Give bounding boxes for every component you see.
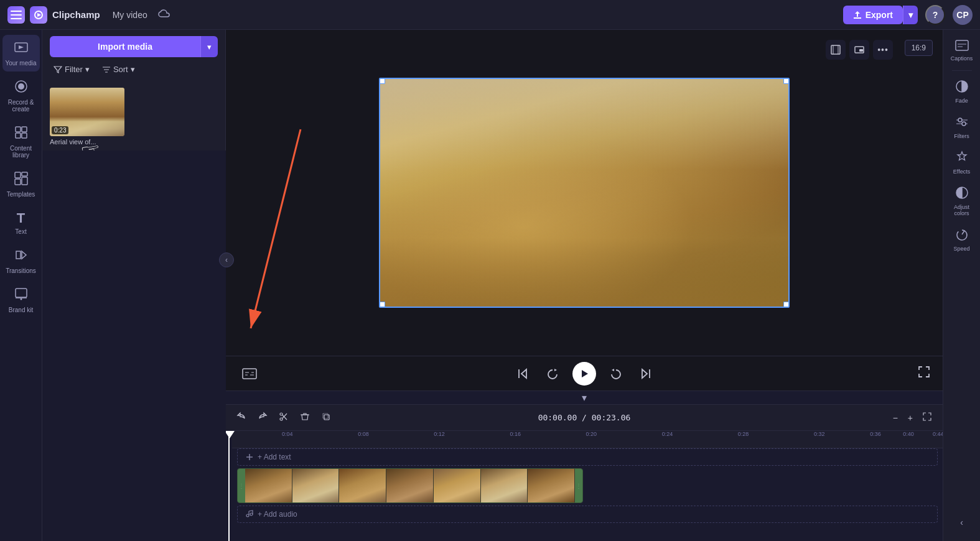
media-panel-header: Import media ▾ Filter ▾ Sort ▾ <box>42 30 225 83</box>
crop-icon <box>831 45 841 55</box>
skip-to-start-button[interactable] <box>513 364 533 384</box>
transitions-icon <box>14 247 29 266</box>
zoom-out-button[interactable]: − <box>889 411 902 425</box>
collapse-right-sidebar-button[interactable]: ‹ <box>956 514 967 531</box>
corner-handle-br[interactable] <box>783 302 790 308</box>
fit-zoom-button[interactable] <box>919 410 935 425</box>
captions-sidebar-icon <box>955 40 969 54</box>
menu-icon[interactable] <box>7 6 25 24</box>
svg-point-31 <box>250 513 253 516</box>
project-name[interactable]: My video <box>113 10 147 20</box>
cut-button[interactable] <box>276 409 292 427</box>
filter-icon <box>54 65 62 74</box>
right-sidebar-collapse-area: ‹ <box>956 514 967 536</box>
user-avatar[interactable]: CP <box>953 5 973 25</box>
timeline: 00:00.00 / 00:23.06 − + <box>226 404 943 541</box>
svg-rect-2 <box>11 18 22 19</box>
effects-icon <box>955 150 969 167</box>
fullscreen-button[interactable] <box>918 366 930 381</box>
svg-rect-12 <box>15 172 21 178</box>
app-name: Clipchamp <box>52 9 100 20</box>
filter-button[interactable]: Filter ▾ <box>50 62 93 76</box>
collapse-timeline-button[interactable]: ▾ <box>582 392 587 404</box>
sidebar-item-transitions[interactable]: Transitions <box>2 243 40 279</box>
filters-icon <box>955 115 969 132</box>
video-sky <box>380 79 788 170</box>
cut-icon <box>279 412 289 422</box>
playhead-head[interactable] <box>226 431 235 438</box>
timeline-time-display: 00:00.00 / 00:23.06 <box>538 413 631 422</box>
play-pause-button[interactable] <box>572 362 596 386</box>
delete-icon <box>300 412 310 422</box>
right-sidebar-label-effects: Effects <box>953 169 970 175</box>
import-dropdown-arrow[interactable]: ▾ <box>200 36 218 57</box>
add-audio-track[interactable]: + Add audio <box>237 506 938 523</box>
right-sidebar-item-adjust-colors[interactable]: Adjust colors <box>945 181 979 221</box>
corner-handle-tr[interactable] <box>783 78 790 84</box>
pip-tool-button[interactable] <box>849 40 869 60</box>
zoom-in-button[interactable]: + <box>904 411 917 425</box>
ruler-marks-container: 0:04 0:08 0:12 0:16 0:20 0:24 0:28 0:32 … <box>232 431 943 446</box>
playhead-area <box>226 431 232 541</box>
sidebar-item-templates[interactable]: Templates <box>2 166 40 203</box>
svg-rect-8 <box>16 127 21 132</box>
fast-forward-button[interactable] <box>606 364 626 384</box>
delete-button[interactable] <box>297 409 313 427</box>
collapse-panel-button[interactable]: ‹ <box>219 252 234 267</box>
svg-point-27 <box>280 418 282 420</box>
fullscreen-icon <box>918 366 930 378</box>
import-media-button[interactable]: Import media <box>50 36 200 57</box>
media-label: Aerial view of... <box>50 138 124 146</box>
sidebar-item-brand-kit[interactable]: Brand kit <box>2 282 40 318</box>
skip-to-end-button[interactable] <box>636 364 656 384</box>
right-sidebar-item-filters[interactable]: Filters <box>945 110 979 144</box>
export-button[interactable]: Export <box>843 6 903 24</box>
add-text-track[interactable]: + Add text <box>237 448 938 466</box>
rewind-icon <box>546 368 559 380</box>
svg-rect-9 <box>22 127 27 132</box>
sidebar-item-your-media[interactable]: Your media <box>2 35 40 72</box>
sidebar-label-text: Text <box>15 228 26 235</box>
corner-handle-bl[interactable] <box>379 302 385 308</box>
play-icon <box>579 369 589 379</box>
adjust-colors-icon <box>955 186 969 203</box>
app-logo[interactable]: Clipchamp <box>7 6 100 24</box>
video-track[interactable]: ⋮ ⋮ <box>237 468 583 503</box>
video-frame-4 <box>386 469 434 502</box>
sidebar-item-content-library[interactable]: Content library <box>2 120 40 164</box>
video-frame-3 <box>339 469 386 502</box>
sidebar-item-record-create[interactable]: Record & create <box>2 74 40 118</box>
sidebar-item-text[interactable]: T Text <box>2 205 40 240</box>
rewind-button[interactable] <box>543 364 562 384</box>
rotate-handle[interactable]: ↻ <box>578 307 590 308</box>
right-sidebar-label-captions: Captions <box>951 55 973 62</box>
video-frame-1 <box>245 469 292 502</box>
sort-button[interactable]: Sort ▾ <box>98 62 139 76</box>
pip-icon <box>854 45 864 55</box>
export-button-wrap[interactable]: Export ▾ <box>843 6 918 24</box>
media-item-aerial-view[interactable]: 0:23 Aerial view of... ☞ <box>50 88 124 146</box>
right-sidebar-item-speed[interactable]: Speed <box>945 223 979 257</box>
your-media-icon <box>14 40 29 58</box>
svg-rect-10 <box>16 133 21 138</box>
video-preview: ↻ <box>379 78 790 308</box>
duplicate-button[interactable] <box>318 409 334 427</box>
corner-handle-tl[interactable] <box>379 78 385 84</box>
right-sidebar-item-captions[interactable]: Captions <box>945 35 979 67</box>
skip-forward-icon <box>640 368 652 380</box>
track-handle-right[interactable]: ⋮ <box>575 469 582 502</box>
captions-icon <box>242 368 257 379</box>
track-handle-left[interactable]: ⋮ <box>238 469 245 502</box>
undo-button[interactable] <box>233 409 250 427</box>
more-options-button[interactable]: ••• <box>873 40 893 60</box>
right-sidebar-item-fade[interactable]: Fade <box>945 75 979 109</box>
export-dropdown-arrow[interactable]: ▾ <box>903 6 918 24</box>
timeline-collapse-row: ▾ <box>226 391 943 404</box>
captions-button[interactable] <box>238 363 261 385</box>
crop-tool-button[interactable] <box>826 40 846 60</box>
topbar-icons <box>157 8 171 22</box>
right-sidebar-item-effects[interactable]: Effects <box>945 146 979 180</box>
redo-button[interactable] <box>254 409 271 427</box>
aspect-ratio-badge[interactable]: 16:9 <box>905 40 933 56</box>
help-button[interactable]: ? <box>925 5 945 25</box>
